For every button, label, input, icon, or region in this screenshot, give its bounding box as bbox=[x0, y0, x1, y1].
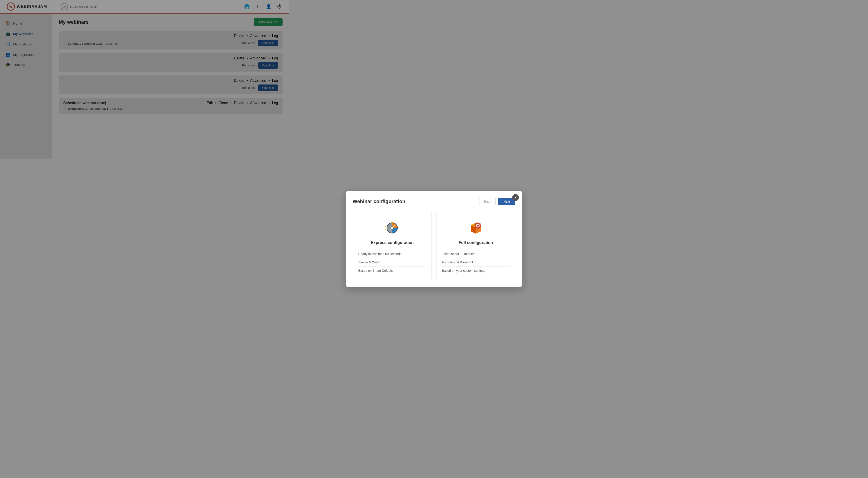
modal-overlay: × Webinar configuration Back Next bbox=[0, 0, 289, 159]
